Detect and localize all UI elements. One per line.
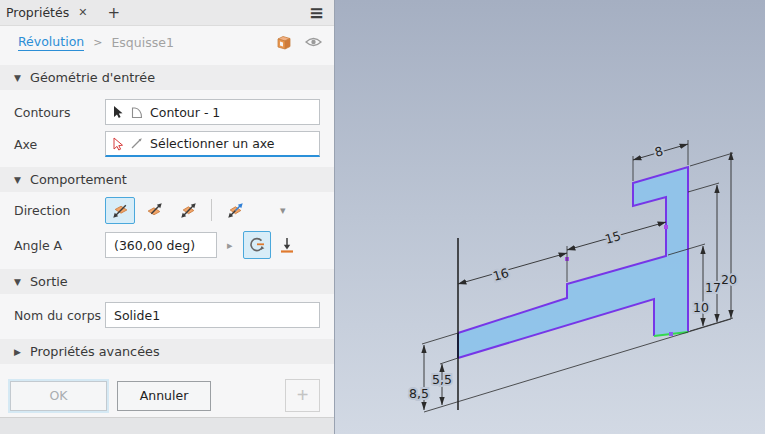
breadcrumb-separator: > [93,36,102,49]
direction-label: Direction [14,203,105,218]
contour-region-icon [129,105,144,120]
sketch-point-marker [664,225,668,229]
section-header-advanced[interactable]: ▶ Propriétés avancées [0,339,334,364]
full-revolution-toggle[interactable] [243,231,271,259]
section-header-behavior[interactable]: ▼ Comportement [0,167,334,192]
axis-field[interactable]: Sélectionner un axe [105,131,320,157]
hamburger-menu-icon[interactable]: ≡ [299,2,334,23]
panel-tab-bar: Propriétés ✕ + ≡ [0,0,334,26]
axis-prompt: Sélectionner un axe [150,136,275,151]
contours-row: Contours Contour - 1 [0,96,334,128]
expand-triangle-icon[interactable]: ▶ [14,347,30,357]
section-title: Comportement [30,172,127,187]
angle-input[interactable]: (360,00 deg) [105,232,217,258]
body-name-input[interactable]: Solide1 [105,302,320,328]
direction-flipped-button[interactable] [139,197,169,224]
solid-body-icon[interactable] [274,34,293,51]
breadcrumb: Révolution > Esquisse1 [0,26,334,58]
contours-value: Contour - 1 [150,105,220,120]
direction-dropdown-icon[interactable]: ▾ [280,204,286,217]
direction-asymmetric-button[interactable] [220,197,250,224]
add-feature-button[interactable]: + [285,379,320,412]
inventor-properties-window: Propriétés ✕ + ≡ Révolution > Esquisse1 [0,0,765,434]
breadcrumb-sketch[interactable]: Esquisse1 [111,35,173,50]
axis-row: Axe Sélectionner un axe [0,128,334,160]
direction-asymmetric-icon [227,202,244,219]
body-name-label: Nom du corps [14,308,105,323]
section-header-geometry[interactable]: ▼ Géométrie d'entrée [0,65,334,90]
angle-label: Angle A [14,238,105,253]
dialog-footer: OK Annuler + [0,379,334,412]
visibility-eye-icon[interactable] [305,36,322,48]
tab-proprietes[interactable]: Propriétés ✕ [0,0,97,25]
direction-symmetric-icon [180,202,197,219]
section-header-output[interactable]: ▼ Sortie [0,269,334,294]
axis-label: Axe [14,137,105,152]
breadcrumb-feature-link[interactable]: Révolution [18,34,84,51]
extent-to-icon [278,236,296,254]
dim-label-height-flange[interactable]: 17 [705,280,721,295]
collapse-triangle-icon[interactable]: ▼ [14,277,30,287]
collapse-triangle-icon[interactable]: ▼ [14,73,30,83]
axis-line-icon [129,136,144,151]
contours-label: Contours [14,105,105,120]
dim-label-height-total[interactable]: 20 [721,272,737,287]
section-title: Propriétés avancées [30,344,160,359]
direction-buttons: ▾ [105,197,286,224]
angle-value: (360,00 deg) [114,238,195,253]
contours-field[interactable]: Contour - 1 [105,99,320,125]
direction-symmetric-button[interactable] [173,197,203,224]
dim-label-height-base-bottom[interactable]: 5,5 [432,372,452,387]
angle-flyout-icon[interactable]: ▸ [227,239,233,252]
tab-close-icon[interactable]: ✕ [78,6,87,19]
extent-to-button[interactable] [273,231,301,259]
panel-bottom-strip [0,417,334,434]
direction-default-icon [112,202,129,219]
angle-row: Angle A (360,00 deg) ▸ [0,228,334,262]
new-tab-button[interactable]: + [97,4,130,22]
direction-flipped-icon [146,202,163,219]
ok-button[interactable]: OK [10,381,107,411]
section-title: Sortie [30,274,68,289]
viewport-background [335,0,765,434]
revolve-angle-icon [248,236,266,254]
direction-row: Direction [0,192,334,228]
direction-separator [211,199,212,221]
section-title: Géométrie d'entrée [30,70,155,85]
body-name-row: Nom du corps Solide1 [0,298,334,332]
dim-label-height-mid[interactable]: 10 [693,300,709,315]
collapse-triangle-icon[interactable]: ▼ [14,175,30,185]
properties-panel: Propriétés ✕ + ≡ Révolution > Esquisse1 [0,0,335,434]
select-cursor-icon [112,105,123,119]
dim-label-height-base-top[interactable]: 8,5 [409,386,429,401]
direction-default-button[interactable] [105,197,135,224]
cancel-button[interactable]: Annuler [117,381,211,411]
viewport-canvas[interactable]: 8 15 16 20 17 10 8,5 5,5 [335,0,765,434]
select-cursor-red-icon [112,137,123,151]
body-name-value: Solide1 [114,308,160,323]
sketch-point-marker [669,332,673,336]
tab-title: Propriétés [6,5,69,20]
